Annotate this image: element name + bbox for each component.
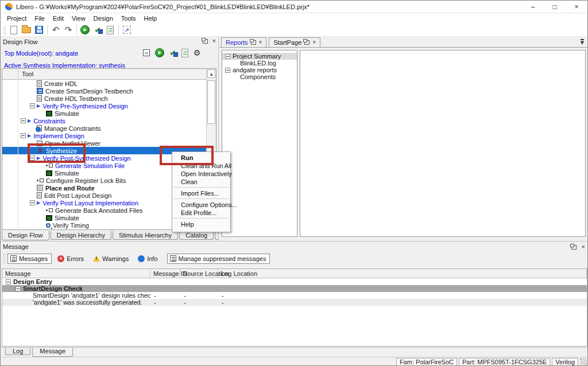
tab-catalog[interactable]: Catalog [179,231,214,240]
tab-message[interactable]: Message [32,348,73,357]
tab-reports[interactable]: Reports× [221,37,266,47]
tab-stimulus-hierarchy[interactable]: Stimulus Hierarchy [113,231,178,240]
bullet-icon [46,209,48,211]
undo-button[interactable]: ↶ [49,24,62,36]
checkbox-icon[interactable] [49,163,53,168]
menu-item-import-files[interactable]: Import Files... [172,189,230,197]
toolbar-grip[interactable] [3,25,6,35]
tab-design-flow[interactable]: Design Flow [2,231,49,240]
report-item-andgate-reports[interactable]: andgate reports [222,67,297,73]
menu-help[interactable]: Help [140,14,161,23]
menu-edit[interactable]: Edit [49,14,68,23]
float-tab-icon[interactable] [251,40,256,45]
simulate-icon [46,170,52,176]
redo-button[interactable]: ↷ [62,24,75,36]
menu-project[interactable]: Project [3,14,30,23]
message-row[interactable]: SmartDesign Check [2,285,587,292]
simulate-icon [46,111,52,116]
tab-startpage[interactable]: StartPage× [269,37,320,47]
filter-label: Messages [19,255,48,262]
errors-button[interactable]: ✕Errors [57,255,84,262]
checkbox-icon[interactable] [49,208,53,212]
column-header-source-location[interactable]: Source Location [180,269,218,278]
maximize-button[interactable]: □ [544,1,566,13]
run-button[interactable] [79,24,91,36]
tree-row-gutter [2,110,18,117]
collapse-all-icon[interactable] [143,49,150,56]
message-panel-header: Message × [1,242,588,251]
report-icon[interactable] [181,49,188,57]
toolbar-grip[interactable] [3,253,5,264]
scrollbar-thumb[interactable] [207,80,215,124]
tree-expander-icon[interactable] [21,133,26,138]
report-item-components[interactable]: Components [222,73,297,80]
manage-suppressed-messages-button[interactable]: Manage suppressed messages [167,254,270,264]
tree-item-constraints[interactable]: ▶Constraints [2,117,207,124]
report-item-blinkled-log[interactable]: BlinkLED.log [222,60,297,67]
undo-icon: ↶ [52,26,60,34]
close-tab-icon[interactable]: × [259,40,262,45]
float-panel-icon[interactable] [203,39,208,44]
float-panel-icon[interactable] [571,245,577,250]
tree-expander-icon[interactable] [30,103,35,108]
close-panel-icon[interactable]: × [212,38,216,44]
menu-tools[interactable]: Tools [117,14,140,23]
column-header-log-location[interactable]: Log Location [218,269,587,278]
column-header-message-id[interactable]: Message ID [150,269,180,278]
tree-item-create-hdl[interactable]: Create HDL [2,80,207,87]
tree-item-verify-pre-synthesized-design[interactable]: ▶Verify Pre-Synthesized Design [2,102,207,110]
message-row[interactable]: SmartDesign 'andgate1' design rules chec… [2,292,587,299]
tree-item-implement-design[interactable]: ▶Implement Design [2,132,207,139]
tree-item-label: Implement Design [33,133,84,139]
simulate-check-icon[interactable]: ✔ [169,49,176,57]
tree-expander-icon[interactable] [6,279,11,285]
tree-expander-icon[interactable] [16,286,21,291]
open-project-button[interactable] [20,24,33,36]
tool-column-header[interactable]: Tool [18,69,216,79]
minimize-button[interactable]: – [522,1,544,13]
info-button[interactable]: Info [138,255,157,262]
tab-log[interactable]: Log [5,348,30,355]
save-button[interactable] [33,24,45,36]
menu-item-help[interactable]: Help [172,220,230,228]
tree-item-create-smartdesign-testbench[interactable]: Create SmartDesign Testbench [2,87,207,95]
menu-design[interactable]: Design [90,14,117,23]
tab-design-hierarchy[interactable]: Design Hierarchy [51,231,111,240]
messages-button[interactable]: Messages [7,254,52,264]
float-tab-icon[interactable] [304,40,310,45]
tab-list-dropdown-icon[interactable]: ▼ [581,39,584,45]
resize-grip[interactable] [580,358,587,365]
message-row[interactable]: Design Entry [2,278,587,285]
tools-wrench-icon[interactable]: ⚙ [194,49,201,57]
report-icon [107,26,114,34]
tree-expander-icon[interactable] [225,68,230,73]
menu-item-edit-profile[interactable]: Edit Profile... [172,209,230,217]
close-tab-icon[interactable]: × [312,40,316,45]
scroll-up-icon[interactable]: ▲ [207,69,215,78]
simulate-button[interactable]: ✔ [91,24,104,36]
menu-item-open-interactively[interactable]: Open Interactively [172,170,230,178]
tree-expander-icon[interactable] [225,54,230,59]
column-header-message[interactable]: Message [2,269,150,278]
tree-item-simulate[interactable]: Simulate [2,110,207,117]
menu-file[interactable]: File [30,14,49,23]
menu-item-configure-options[interactable]: Configure Options... [172,201,230,209]
warnings-button[interactable]: Warnings [93,255,129,262]
tree-item-manage-constraints[interactable]: Manage Constraints [2,124,207,132]
tree-expander-icon[interactable] [21,118,26,123]
report-item-project-summary[interactable]: Project Summary [222,53,297,60]
close-panel-icon[interactable]: × [582,244,585,250]
tree-expander-icon[interactable] [30,200,35,205]
menu-view[interactable]: View [68,14,90,23]
close-button[interactable]: × [566,1,587,13]
menu-item-clean[interactable]: Clean [172,178,230,186]
tree-row-body: ▶Implement Design [18,132,207,139]
title-bar: Libero - G:¥Works¥MyProgram¥2024¥PolarFi… [1,1,587,13]
message-row[interactable]: 'andgate1' was successfully generated.--… [2,299,587,306]
new-file-button[interactable] [7,24,20,36]
maximize-workspace-button[interactable] [121,24,133,36]
run-flow-icon[interactable] [155,48,164,57]
report-button[interactable] [104,24,117,36]
tree-item-create-hdl-testbench[interactable]: Create HDL Testbench [2,95,207,102]
checkbox-icon[interactable] [40,178,44,182]
